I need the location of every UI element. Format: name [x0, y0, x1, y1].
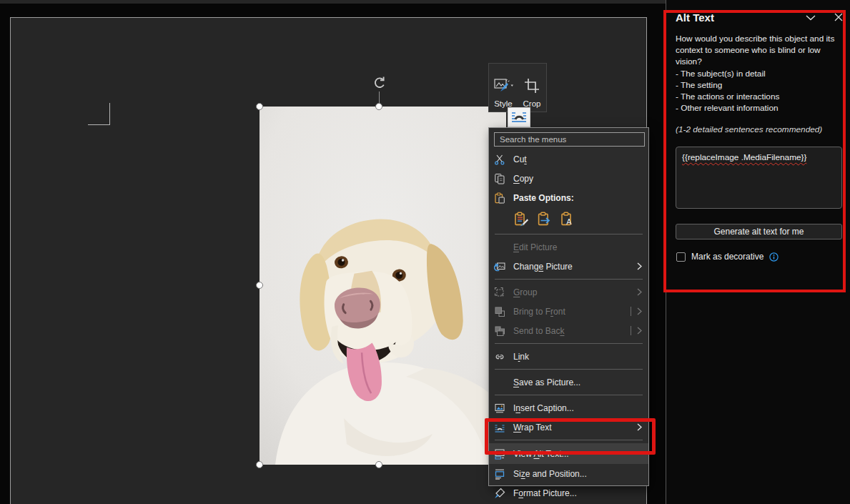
wrap-text-icon: [494, 421, 513, 434]
menu-item-change-picture[interactable]: Change Picture: [489, 257, 648, 276]
group-icon: [494, 286, 513, 299]
menu-item-label: Paste Options:: [513, 193, 642, 203]
keep-text-only-button[interactable]: A: [559, 211, 575, 227]
menu-item-label: Send to Back: [513, 326, 631, 336]
menu-item-trailing: [637, 288, 642, 296]
menu-item-send-to-back: Send to Back: [489, 321, 648, 340]
blank-icon: [494, 241, 513, 254]
change-picture-icon: [494, 260, 513, 273]
menu-item-wrap-text[interactable]: Wrap Text: [489, 417, 648, 437]
context-menu-items: CutCopyPaste Options:AEdit PictureChange…: [489, 149, 648, 503]
panel-title: Alt Text: [676, 11, 714, 24]
menu-item-format-picture[interactable]: Format Picture...: [489, 483, 648, 503]
menu-separator: [489, 437, 648, 443]
link-icon: [494, 350, 513, 363]
alt-text-value: {{replaceImage .MediaFilename}}: [682, 152, 806, 162]
submenu-chevron-icon: [637, 288, 642, 296]
chevron-down-icon[interactable]: [806, 14, 816, 21]
resize-handle-top-center[interactable]: [375, 103, 382, 110]
picture-context-menu: CutCopyPaste Options:AEdit PictureChange…: [488, 127, 649, 486]
alt-text-recommendation-note: (1-2 detailed sentences recommended): [676, 124, 844, 134]
menu-item-save-as-picture[interactable]: Save as Picture...: [489, 372, 648, 392]
crop-button[interactable]: Crop: [518, 64, 546, 112]
picture-style-icon: [493, 75, 514, 97]
menu-item-trailing: [631, 326, 642, 335]
resize-handle-bottom-left[interactable]: [256, 461, 263, 468]
menu-item-insert-caption[interactable]: Insert Caption...: [489, 398, 648, 417]
menu-item-label: Group: [513, 287, 637, 297]
menu-item-size-and-position[interactable]: Size and Position...: [489, 464, 648, 483]
menu-item-label: Link: [513, 352, 642, 362]
menu-item-view-alt-text[interactable]: View Alt Text...: [489, 443, 648, 464]
paste-icon: [494, 192, 513, 204]
search-the-menus-input[interactable]: [494, 132, 645, 147]
alt-text-description-line: How would you describe this object and i…: [676, 33, 844, 44]
menu-item-label: Change Picture: [513, 262, 637, 272]
menu-item-copy[interactable]: Copy: [489, 169, 648, 188]
mark-as-decorative-label: Mark as decorative: [691, 252, 763, 262]
ribbon-bottom-edge: [0, 0, 666, 4]
alt-text-description-line: - The subject(s) in detail: [676, 68, 844, 79]
resize-handle-bottom-center[interactable]: [375, 461, 382, 468]
close-icon[interactable]: [834, 13, 843, 21]
dog-photo-graphic: [260, 107, 506, 465]
selected-image-dog-photo[interactable]: [260, 107, 506, 465]
keep-source-formatting-button[interactable]: [513, 211, 530, 227]
style-button[interactable]: Style: [489, 64, 518, 112]
menu-item-bring-to-front: Bring to Front: [489, 302, 648, 321]
menu-item-group: Group: [489, 282, 648, 302]
alt-text-panel-header: Alt Text: [676, 9, 843, 25]
mark-as-decorative-row: Mark as decorative: [676, 252, 779, 262]
rotate-handle-icon[interactable]: [372, 76, 387, 90]
merge-formatting-button[interactable]: [536, 211, 553, 227]
scissors-icon: [494, 153, 513, 166]
info-icon[interactable]: [769, 252, 779, 262]
menu-item-label: Bring to Front: [513, 307, 631, 317]
blank-icon: [494, 376, 513, 389]
copy-icon: [494, 172, 513, 185]
menu-item-label: Wrap Text: [513, 423, 637, 433]
menu-item-trailing: [637, 262, 642, 270]
menu-item-label: Cut: [513, 154, 642, 164]
submenu-chevron-icon: [637, 307, 642, 315]
menu-item-label: Copy: [513, 174, 642, 184]
menu-item-cut[interactable]: Cut: [489, 149, 648, 169]
menu-item-label: Insert Caption...: [513, 403, 642, 413]
resize-handle-middle-left[interactable]: [256, 282, 263, 289]
size-position-icon: [494, 468, 513, 480]
alt-text-panel: Alt Text How would you describe this obj…: [666, 0, 850, 504]
menu-item-label: Format Picture...: [513, 488, 642, 498]
divider-bar: [631, 326, 631, 335]
paste-options-row: A: [489, 207, 648, 231]
format-picture-icon: [494, 487, 513, 500]
menu-item-link[interactable]: Link: [489, 347, 648, 366]
menu-item-paste-options[interactable]: Paste Options:: [489, 188, 648, 207]
submenu-chevron-icon: [637, 423, 642, 431]
layout-options-button[interactable]: [508, 107, 530, 127]
alt-text-description-line: - Other relevant information: [676, 102, 844, 114]
svg-text:A: A: [566, 217, 572, 226]
alt-text-icon: [494, 448, 513, 460]
menu-item-label: Save as Picture...: [513, 377, 642, 387]
menu-separator: [489, 231, 648, 237]
margin-corner-mark: [88, 103, 110, 125]
generate-alt-text-button[interactable]: Generate alt text for me: [676, 224, 842, 239]
alt-text-description-line: - The actions or interactions: [676, 91, 844, 102]
bring-front-icon: [494, 305, 513, 318]
menu-item-label: Size and Position...: [513, 469, 642, 479]
crop-icon: [524, 75, 540, 97]
alt-text-input[interactable]: {{replaceImage .MediaFilename}}: [676, 147, 842, 209]
mark-as-decorative-checkbox[interactable]: [676, 252, 686, 262]
divider-bar: [631, 307, 631, 316]
send-back-icon: [494, 325, 513, 337]
menu-separator: [489, 340, 648, 347]
submenu-chevron-icon: [637, 327, 642, 335]
alt-text-description-line: - The setting: [676, 79, 844, 91]
picture-mini-toolbar: Style Crop: [488, 63, 547, 112]
menu-separator: [489, 366, 648, 372]
wrap-text-layout-icon: [510, 109, 528, 125]
menu-item-edit-picture: Edit Picture: [489, 237, 648, 257]
menu-separator: [489, 276, 648, 282]
resize-handle-top-left[interactable]: [256, 103, 263, 110]
alt-text-description: How would you describe this object and i…: [676, 33, 844, 114]
